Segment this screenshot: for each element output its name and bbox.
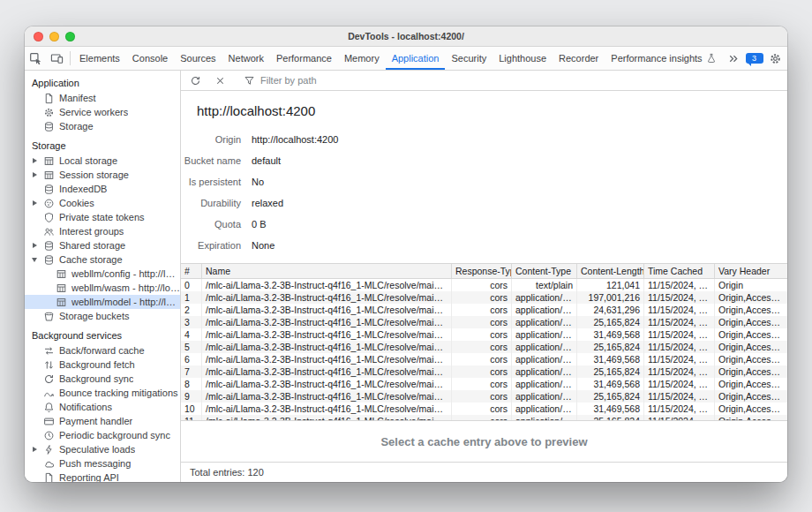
sidebar-item-periodic-background-sync[interactable]: Periodic background sync bbox=[25, 428, 180, 442]
cell-time-cached: 11/15/2024, 10… bbox=[644, 365, 715, 378]
cell-index: 9 bbox=[181, 390, 202, 403]
column-header-content-type[interactable]: Content-Type bbox=[512, 264, 577, 278]
table-row[interactable]: 5 /mlc-ai/Llama-3.2-3B-Instruct-q4f16_1-… bbox=[181, 341, 787, 353]
sidebar-item-label: Background sync bbox=[59, 373, 133, 384]
sidebar-item-bounce-tracking-mitigations[interactable]: Bounce tracking mitigations bbox=[25, 386, 180, 400]
sidebar-item-cache-webllm-config[interactable]: webllm/config - http://loc… bbox=[25, 267, 180, 281]
metadata-row: Quota 0 B bbox=[181, 214, 787, 235]
sidebar-item-storage-buckets[interactable]: Storage buckets bbox=[25, 309, 180, 323]
device-toolbar-button[interactable] bbox=[46, 47, 67, 70]
table-row[interactable]: 9 /mlc-ai/Llama-3.2-3B-Instruct-q4f16_1-… bbox=[181, 390, 787, 403]
tab-network[interactable]: Network bbox=[222, 47, 270, 70]
sidebar-item-local-storage[interactable]: Local storage bbox=[25, 154, 180, 168]
expand-arrow-icon[interactable] bbox=[33, 200, 37, 206]
column-header-response-type[interactable]: Response-Type bbox=[452, 264, 512, 278]
preview-placeholder-text: Select a cache entry above to preview bbox=[380, 435, 587, 448]
cell-vary-header: Origin,Access… bbox=[715, 316, 787, 328]
tab-recorder[interactable]: Recorder bbox=[553, 47, 605, 70]
table-row[interactable]: 4 /mlc-ai/Llama-3.2-3B-Instruct-q4f16_1-… bbox=[181, 328, 787, 341]
sidebar-item-payment-handler[interactable]: Payment handler bbox=[25, 414, 180, 428]
column-header-time-cached[interactable]: Time Cached bbox=[644, 264, 715, 278]
zoom-window-button[interactable] bbox=[65, 32, 75, 41]
filter-input[interactable] bbox=[259, 74, 403, 87]
tab-memory[interactable]: Memory bbox=[338, 47, 386, 70]
cell-response-type: cors bbox=[452, 304, 512, 316]
tab-application[interactable]: Application bbox=[386, 47, 446, 70]
column-header-index[interactable]: # bbox=[181, 264, 202, 278]
tab-console[interactable]: Console bbox=[126, 47, 174, 70]
sidebar-item-cache-webllm-wasm[interactable]: webllm/wasm - http://loca… bbox=[25, 281, 180, 295]
column-header-content-length[interactable]: Content-Length bbox=[577, 264, 644, 278]
cell-name: /mlc-ai/Llama-3.2-3B-Instruct-q4f16_1-ML… bbox=[202, 378, 452, 390]
sidebar-item-reporting-api[interactable]: Reporting API bbox=[25, 471, 180, 482]
up-down-arrows-icon bbox=[43, 359, 55, 371]
table-row[interactable]: 2 /mlc-ai/Llama-3.2-3B-Instruct-q4f16_1-… bbox=[181, 304, 787, 316]
expand-arrow-icon[interactable] bbox=[33, 158, 37, 163]
inspect-element-button[interactable] bbox=[25, 47, 46, 70]
sidebar-item-shared-storage[interactable]: Shared storage bbox=[25, 238, 180, 252]
sidebar-item-cookies[interactable]: Cookies bbox=[25, 196, 180, 210]
window-titlebar: DevTools - localhost:4200/ bbox=[25, 26, 787, 47]
cell-content-type: application/oc… bbox=[512, 316, 577, 328]
swap-arrows-icon bbox=[43, 345, 55, 357]
tab-performance[interactable]: Performance bbox=[270, 47, 338, 70]
flask-icon bbox=[706, 53, 717, 64]
sidebar-item-cache-webllm-model[interactable]: webllm/model - http://loc… bbox=[25, 295, 180, 309]
tab-label: Memory bbox=[344, 53, 380, 64]
minimize-window-button[interactable] bbox=[49, 32, 59, 41]
sidebar-item-push-messaging[interactable]: Push messaging bbox=[25, 456, 180, 471]
column-header-name[interactable]: Name bbox=[202, 264, 452, 278]
cell-name: /mlc-ai/Llama-3.2-3B-Instruct-q4f16_1-ML… bbox=[202, 291, 452, 304]
column-header-vary-header[interactable]: Vary Header bbox=[715, 264, 787, 278]
delete-selected-button[interactable] bbox=[209, 75, 230, 87]
sidebar-item-cache-storage[interactable]: Cache storage bbox=[25, 252, 180, 267]
expand-arrow-icon[interactable] bbox=[33, 243, 37, 248]
tab-performance-insights[interactable]: Performance insights bbox=[605, 47, 722, 70]
tab-lighthouse[interactable]: Lighthouse bbox=[492, 47, 553, 70]
clock-icon bbox=[43, 430, 55, 441]
sidebar-item-manifest[interactable]: Manifest bbox=[25, 91, 180, 105]
refresh-button[interactable] bbox=[184, 75, 206, 87]
expand-arrow-icon[interactable] bbox=[33, 447, 37, 452]
metadata-value: default bbox=[241, 155, 281, 166]
filter-icon bbox=[244, 75, 255, 87]
settings-button[interactable] bbox=[765, 52, 786, 65]
tab-security[interactable]: Security bbox=[445, 47, 492, 70]
sidebar-item-background-fetch[interactable]: Background fetch bbox=[25, 358, 180, 372]
table-row[interactable]: 10 /mlc-ai/Llama-3.2-3B-Instruct-q4f16_1… bbox=[181, 403, 787, 415]
expand-arrow-icon[interactable] bbox=[33, 172, 37, 177]
close-window-button[interactable] bbox=[34, 32, 43, 41]
sidebar-item-speculative-loads[interactable]: Speculative loads bbox=[25, 442, 180, 456]
table-row[interactable]: 1 /mlc-ai/Llama-3.2-3B-Instruct-q4f16_1-… bbox=[181, 291, 787, 304]
tab-elements[interactable]: Elements bbox=[73, 47, 126, 70]
cell-response-type: cors bbox=[452, 279, 512, 291]
table-row[interactable]: 3 /mlc-ai/Llama-3.2-3B-Instruct-q4f16_1-… bbox=[181, 316, 787, 328]
sidebar-item-indexeddb[interactable]: IndexedDB bbox=[25, 182, 180, 196]
sidebar-item-back-forward-cache[interactable]: Back/forward cache bbox=[25, 343, 180, 358]
table-row[interactable]: 8 /mlc-ai/Llama-3.2-3B-Instruct-q4f16_1-… bbox=[181, 378, 787, 390]
sidebar-item-storage[interactable]: Storage bbox=[25, 119, 180, 133]
table-row[interactable]: 7 /mlc-ai/Llama-3.2-3B-Instruct-q4f16_1-… bbox=[181, 365, 787, 378]
sidebar-item-background-sync[interactable]: Background sync bbox=[25, 372, 180, 386]
tab-sources[interactable]: Sources bbox=[174, 47, 222, 70]
sidebar-item-service-workers[interactable]: Service workers bbox=[25, 105, 180, 119]
manifest-icon bbox=[43, 93, 55, 104]
menu-button[interactable] bbox=[786, 52, 787, 65]
cell-content-type: application/oc… bbox=[512, 291, 577, 304]
tab-label: Sources bbox=[180, 53, 215, 64]
cell-content-length: 25,165,824 bbox=[577, 316, 644, 328]
more-tabs-button[interactable] bbox=[723, 52, 744, 65]
issues-button[interactable]: 3 bbox=[744, 53, 765, 64]
sidebar-item-interest-groups[interactable]: Interest groups bbox=[25, 224, 180, 238]
collapse-arrow-icon[interactable] bbox=[32, 258, 37, 262]
table-row[interactable]: 6 /mlc-ai/Llama-3.2-3B-Instruct-q4f16_1-… bbox=[181, 353, 787, 365]
sidebar-item-label: Back/forward cache bbox=[59, 345, 145, 356]
table-row[interactable]: 0 /mlc-ai/Llama-3.2-3B-Instruct-q4f16_1-… bbox=[181, 279, 787, 291]
cell-time-cached: 11/15/2024, 10… bbox=[644, 353, 715, 365]
sidebar-item-label: Manifest bbox=[59, 93, 96, 103]
sidebar-item-session-storage[interactable]: Session storage bbox=[25, 168, 180, 182]
metadata-value: None bbox=[241, 240, 274, 251]
sidebar-item-private-state-tokens[interactable]: Private state tokens bbox=[25, 210, 180, 224]
sidebar-item-notifications[interactable]: Notifications bbox=[25, 400, 180, 414]
metadata-label: Durability bbox=[181, 198, 241, 208]
